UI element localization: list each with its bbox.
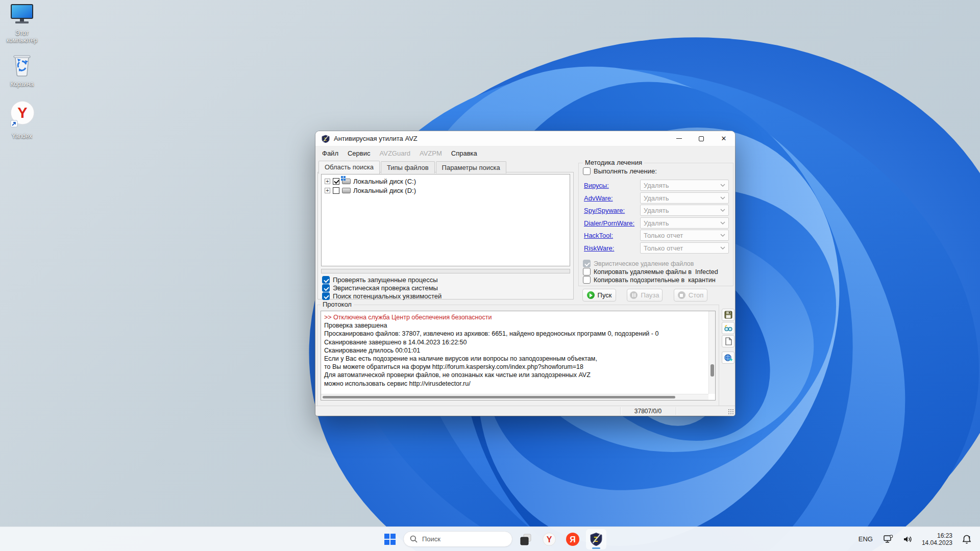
menu-avzguard: AVZGuard (375, 148, 415, 159)
checkbox-checked[interactable] (322, 276, 330, 284)
expand-icon[interactable]: + (325, 188, 330, 193)
network-tray-button[interactable] (880, 533, 896, 546)
protocol-groupbox: Протокол >> Отключена служба Центр обесп… (317, 305, 719, 406)
checkbox-checked-disabled (583, 260, 591, 267)
taskbar-app-avz[interactable]: Z (586, 529, 606, 549)
tab-search-params[interactable]: Параметры поиска (436, 161, 506, 173)
taskbar-search-box[interactable]: Поиск (403, 531, 512, 547)
tab-search-area[interactable]: Область поиска (318, 161, 380, 174)
option-check-processes[interactable]: Проверять запущенные процессы (322, 276, 438, 284)
taskbar-app-yandex-browser[interactable]: Y (539, 529, 559, 549)
perform-treatment-option[interactable]: Выполнять лечение: (583, 167, 657, 175)
hacktool-link[interactable]: HackTool: (584, 232, 613, 239)
copy-deleted-option[interactable]: Копировать удаляемые файлы в Infected (583, 268, 718, 276)
menu-file[interactable]: Файл (317, 148, 343, 159)
expand-icon[interactable]: + (325, 179, 330, 184)
checkbox-unchecked[interactable] (583, 167, 591, 175)
language-indicator[interactable]: ENG (854, 533, 877, 545)
protocol-log[interactable]: >> Отключена служба Центр обеспечения бе… (321, 311, 716, 400)
start-button-label: Пуск (598, 291, 612, 299)
this-pc-icon (10, 4, 34, 26)
hacktool-action-select[interactable]: Только отчет (640, 230, 729, 241)
checkbox-checked[interactable] (322, 292, 330, 300)
volume-tray-button[interactable] (899, 533, 916, 546)
disk-d-checkbox[interactable] (333, 187, 339, 194)
active-app-indicator (592, 547, 600, 549)
web-service-button[interactable] (722, 352, 734, 364)
web-service-icon (724, 354, 732, 362)
avz-app-icon: Z (322, 135, 330, 143)
viruses-action-select[interactable]: Удалять (640, 180, 729, 191)
desktop-icon-label: Yandex (0, 133, 44, 140)
tab-strip: Область поиска Типы файлов Параметры пои… (318, 160, 507, 173)
stop-icon (678, 291, 685, 299)
chevron-down-icon (720, 209, 725, 212)
viruses-link[interactable]: Вирусы: (584, 182, 609, 189)
copy-suspicious-option[interactable]: Копировать подозрительные в карантин (583, 276, 716, 284)
disk-tree[interactable]: + Локальный диск (C:) + Локальный диск (… (321, 174, 570, 266)
minimize-button[interactable] (668, 131, 690, 146)
chevron-down-icon (720, 221, 725, 224)
save-log-button[interactable] (722, 309, 734, 321)
log-horizontal-scrollbar[interactable] (321, 394, 708, 400)
play-icon (587, 291, 595, 299)
advware-action-select[interactable]: Удалять (640, 192, 729, 204)
desktop-icon-this-pc[interactable]: Этот компьютер (0, 4, 44, 44)
log-line: >> Отключена служба Центр обеспечения бе… (324, 313, 705, 321)
option-heuristic-check[interactable]: Эвристическая проверка системы (322, 284, 438, 292)
scan-progress-bar (321, 269, 570, 273)
desktop-icon-recycle-bin[interactable]: Корзина (0, 53, 44, 88)
menu-help[interactable]: Справка (447, 148, 482, 159)
spyware-action-select[interactable]: Удалять (640, 205, 729, 216)
analyze-button[interactable] (722, 322, 734, 334)
yandex-red-icon: Я (566, 532, 580, 546)
riskware-action-select[interactable]: Только отчет (640, 242, 729, 254)
desktop-icon-label: Корзина (0, 81, 44, 88)
checkbox-unchecked[interactable] (583, 276, 591, 284)
scrollbar-thumb[interactable] (710, 364, 714, 377)
maximize-button[interactable] (690, 131, 713, 146)
select-value: Только отчет (644, 232, 683, 239)
riskware-link[interactable]: RiskWare: (584, 244, 614, 252)
log-vertical-scrollbar[interactable] (708, 311, 715, 394)
recycle-bin-icon (10, 53, 34, 77)
resize-grip[interactable] (728, 409, 733, 414)
dialer-action-select[interactable]: Удалять (640, 217, 729, 229)
tree-row-disk-c[interactable]: + Локальный диск (C:) (323, 177, 569, 186)
search-area-tabpage: + Локальный диск (C:) + Локальный диск (… (317, 172, 574, 299)
clock-date: 14.04.2023 (922, 539, 952, 546)
network-icon (883, 535, 893, 544)
tab-file-types[interactable]: Типы файлов (381, 161, 435, 173)
tree-row-disk-d[interactable]: + Локальный диск (D:) (323, 186, 569, 195)
close-button[interactable]: ✕ (713, 131, 735, 146)
chevron-down-icon (720, 196, 725, 199)
protocol-log-text[interactable]: >> Отключена служба Центр обеспечения бе… (321, 311, 708, 394)
avz-window: Z Антивирусная утилита AVZ ✕ Файл Сервис… (315, 131, 735, 416)
tree-item-label: Локальный диск (D:) (353, 187, 416, 194)
maximize-icon (699, 136, 704, 141)
taskbar-app-yandex[interactable]: Я (562, 529, 583, 549)
new-document-button[interactable] (722, 335, 734, 347)
spyware-link[interactable]: Spy/Spyware: (584, 207, 625, 214)
clock-time: 16:23 (922, 532, 952, 539)
statusbar: 37807/0/0 (315, 406, 735, 416)
start-menu-button[interactable] (380, 529, 400, 549)
taskbar-app-snipping[interactable] (516, 529, 536, 549)
menubar: Файл Сервис AVZGuard AVZPM Справка (317, 147, 482, 159)
clock[interactable]: 16:23 14.04.2023 (919, 532, 955, 546)
disk-c-checkbox[interactable] (333, 178, 339, 185)
checkbox-checked[interactable] (322, 284, 330, 292)
notification-bell-button[interactable]: z (959, 532, 975, 546)
checkbox-unchecked[interactable] (583, 268, 591, 276)
dialer-pornware-link[interactable]: Dialer/PornWare: (584, 219, 634, 227)
menu-avzpm: AVZPM (415, 148, 447, 159)
option-vulnerability-search[interactable]: Поиск потенциальных уязвимостей (322, 292, 442, 300)
window-titlebar[interactable]: Z Антивирусная утилита AVZ ✕ (315, 131, 735, 146)
menu-service[interactable]: Сервис (343, 148, 375, 159)
stop-button-label: Стоп (689, 291, 703, 299)
scrollbar-thumb[interactable] (323, 396, 675, 398)
desktop-icon-yandex[interactable]: Y Yandex (0, 100, 44, 140)
start-button[interactable]: Пуск (582, 289, 616, 302)
windows-flag-icon (341, 176, 346, 181)
advware-link[interactable]: AdvWare: (584, 194, 613, 202)
